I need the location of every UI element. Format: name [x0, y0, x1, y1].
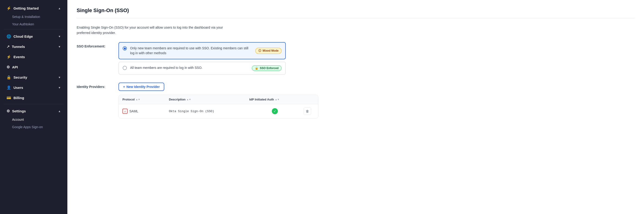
sort-idp-auth-icon[interactable]: ▲▼: [275, 98, 280, 101]
sso-enforcement-label: SSO Enforcement:: [77, 42, 118, 48]
col-protocol: Protocol ▲▼: [122, 98, 169, 101]
sort-protocol-icon[interactable]: ▲▼: [136, 98, 140, 101]
tunnels-icon: ↗: [6, 45, 10, 49]
radio-mixed-text: Only new team members are required to us…: [130, 46, 252, 56]
sidebar-item-setup-installation[interactable]: Setup & Installation: [2, 13, 66, 20]
sidebar-item-settings[interactable]: ⚙ Settings ▲: [2, 107, 66, 116]
api-icon: ⚙: [6, 65, 10, 69]
chevron-up-icon: ▲: [58, 7, 61, 10]
plus-icon: +: [123, 85, 125, 89]
sso-enforcement-row: SSO Enforcement: Only new team members a…: [77, 42, 635, 77]
identity-providers-content: + New Identity Provider Protocol ▲▼ Desc…: [118, 83, 635, 118]
table-header: Protocol ▲▼ Description ▲▼ IdP Initiated…: [119, 95, 318, 104]
col-description: Description ▲▼: [169, 98, 249, 101]
events-icon: ⚡: [6, 55, 11, 59]
badge-mixed-mode: ⓘ Mixed Mode: [255, 48, 282, 54]
chevron-down-icon: ▼: [58, 86, 61, 89]
enforcement-options: Only new team members are required to us…: [118, 42, 635, 77]
radio-enforced[interactable]: [123, 66, 127, 70]
billing-icon: 💳: [6, 96, 11, 100]
radio-option-mixed[interactable]: Only new team members are required to us…: [118, 42, 286, 59]
main-content: Single Sign-On (SSO) Enabling Single Sig…: [67, 0, 644, 214]
cloud-edge-icon: 🌐: [6, 34, 11, 39]
radio-option-enforced[interactable]: All team members are required to log in …: [118, 62, 286, 75]
chevron-up-icon: ▲: [58, 110, 61, 113]
chevron-down-icon: ▼: [58, 35, 61, 38]
identity-providers-row: Identity Providers: + New Identity Provi…: [77, 83, 635, 118]
idp-table: Protocol ▲▼ Description ▲▼ IdP Initiated…: [118, 95, 318, 118]
check-icon: ✓: [272, 108, 278, 114]
delete-idp-button[interactable]: 🗑: [304, 107, 311, 115]
sidebar-item-events[interactable]: ⚡ Events: [2, 52, 66, 61]
warning-icon: ⓘ: [258, 49, 261, 53]
content-panel: Single Sign-On (SSO) Enabling Single Sig…: [67, 0, 644, 214]
table-row: △ SAML Okta Single Sign-On (SSO) ✓ 🗑: [119, 104, 318, 118]
divider: [4, 29, 64, 30]
radio-mixed[interactable]: [123, 46, 127, 51]
new-identity-provider-button[interactable]: + New Identity Provider: [118, 83, 164, 91]
cell-description: Okta Single Sign-On (SSO): [169, 110, 249, 113]
lock-icon: 🔒: [255, 67, 258, 70]
cell-idp-auth: ✓: [249, 108, 300, 114]
cell-actions: 🗑: [300, 107, 314, 115]
col-actions: [300, 98, 314, 101]
badge-sso-enforced: 🔒 SSO Enforced: [252, 65, 282, 71]
sidebar-item-cloud-edge[interactable]: 🌐 Cloud Edge ▼: [2, 32, 66, 41]
settings-icon: ⚙: [6, 109, 10, 113]
sidebar-item-billing[interactable]: 💳 Billing: [2, 93, 66, 102]
cell-protocol: △ SAML: [122, 109, 169, 114]
sidebar-item-your-authtoken[interactable]: Your Authtoken: [2, 21, 66, 28]
users-icon: 👤: [6, 85, 11, 90]
sso-description: Enabling Single Sign-On (SSO) for your a…: [77, 25, 235, 36]
col-idp-auth: IdP Initiated Auth ▲▼: [249, 98, 300, 101]
sidebar-item-users[interactable]: 👤 Users ▼: [2, 83, 66, 92]
saml-icon: △: [122, 109, 128, 114]
chevron-down-icon: ▼: [58, 76, 61, 79]
security-icon: 🔒: [6, 75, 11, 80]
getting-started-icon: ⚡: [6, 6, 11, 11]
divider: [4, 104, 64, 104]
identity-providers-label: Identity Providers:: [77, 83, 118, 89]
radio-enforced-text: All team members are required to log in …: [130, 65, 248, 70]
chevron-down-icon: ▼: [58, 45, 61, 48]
sidebar-item-google-apps[interactable]: Google Apps Sign-on: [2, 123, 66, 130]
sort-description-icon[interactable]: ▲▼: [186, 98, 191, 101]
sidebar: ⚡ Getting Started ▲ Setup & Installation…: [0, 0, 67, 214]
sidebar-item-api[interactable]: ⚙ API: [2, 63, 66, 72]
sidebar-item-tunnels[interactable]: ↗ Tunnels ▼: [2, 42, 66, 51]
sidebar-item-security[interactable]: 🔒 Security ▼: [2, 73, 66, 82]
page-title: Single Sign-On (SSO): [77, 8, 635, 18]
sidebar-item-account[interactable]: Account: [2, 116, 66, 123]
sidebar-item-getting-started[interactable]: ⚡ Getting Started ▲: [2, 4, 66, 13]
